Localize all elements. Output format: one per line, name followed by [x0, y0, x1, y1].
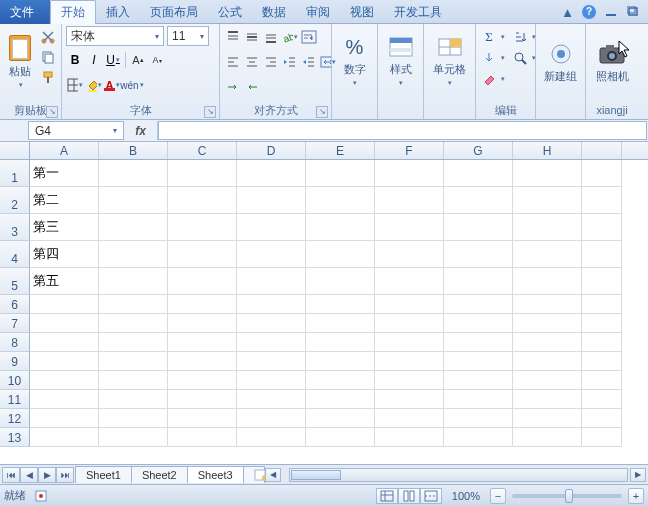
cell[interactable] [513, 241, 582, 268]
cell[interactable] [99, 295, 168, 314]
align-center-icon[interactable] [243, 53, 261, 71]
cell[interactable] [168, 314, 237, 333]
cell[interactable] [582, 241, 622, 268]
row-header[interactable]: 9 [0, 352, 30, 371]
cell[interactable] [444, 314, 513, 333]
clipboard-launcher[interactable]: ↘ [46, 106, 58, 118]
cell[interactable] [444, 160, 513, 187]
cell[interactable] [237, 390, 306, 409]
cell[interactable]: 第一 [30, 160, 99, 187]
cell[interactable] [375, 214, 444, 241]
cell[interactable] [306, 160, 375, 187]
cell[interactable] [306, 333, 375, 352]
new-sheet-button[interactable] [243, 466, 265, 483]
cell[interactable] [237, 428, 306, 447]
cell[interactable] [30, 314, 99, 333]
cell[interactable] [306, 371, 375, 390]
cell[interactable] [237, 371, 306, 390]
cell[interactable] [168, 214, 237, 241]
cell[interactable] [444, 214, 513, 241]
col-header[interactable]: A [30, 142, 99, 159]
zoom-in-button[interactable]: + [628, 488, 644, 504]
cell[interactable] [444, 371, 513, 390]
cell[interactable] [99, 268, 168, 295]
decrease-indent-icon[interactable] [281, 53, 299, 71]
tab-developer[interactable]: 开发工具 [384, 0, 452, 24]
sheet-nav-prev[interactable]: ◀ [20, 467, 38, 483]
cell[interactable] [582, 214, 622, 241]
cell[interactable] [168, 241, 237, 268]
window-min-icon[interactable] [602, 4, 620, 20]
cell[interactable] [306, 295, 375, 314]
clear-icon[interactable] [480, 70, 498, 88]
cell[interactable] [99, 241, 168, 268]
tab-insert[interactable]: 插入 [96, 0, 140, 24]
col-header[interactable]: D [237, 142, 306, 159]
align-top-icon[interactable] [224, 28, 242, 46]
sheet-tab[interactable]: Sheet3 [187, 466, 244, 483]
view-page-break-icon[interactable] [420, 488, 442, 504]
cell[interactable] [513, 409, 582, 428]
cell[interactable] [306, 214, 375, 241]
fill-icon[interactable] [480, 49, 498, 67]
orientation-icon[interactable]: ab▾ [281, 28, 299, 46]
cell[interactable]: 第三 [30, 214, 99, 241]
window-restore-icon[interactable] [624, 4, 642, 20]
cell[interactable]: 第五 [30, 268, 99, 295]
cell[interactable] [513, 371, 582, 390]
cell[interactable] [306, 187, 375, 214]
cell[interactable] [582, 409, 622, 428]
cell[interactable] [444, 187, 513, 214]
cell[interactable] [30, 352, 99, 371]
sort-filter-icon[interactable] [511, 28, 529, 46]
row-header[interactable]: 4 [0, 241, 30, 268]
cell[interactable] [237, 295, 306, 314]
cell[interactable] [99, 352, 168, 371]
cell[interactable] [306, 241, 375, 268]
phonetic-guide-icon[interactable]: wén▾ [123, 76, 141, 94]
underline-button[interactable]: U▾ [104, 51, 122, 69]
borders-button[interactable]: ▾ [66, 76, 84, 94]
cell[interactable] [375, 409, 444, 428]
cell[interactable] [513, 295, 582, 314]
cell[interactable]: 第二 [30, 187, 99, 214]
copy-icon[interactable] [39, 48, 57, 66]
cell[interactable] [375, 268, 444, 295]
zoom-percent[interactable]: 100% [452, 490, 480, 502]
col-header[interactable]: E [306, 142, 375, 159]
cell[interactable] [513, 187, 582, 214]
cell[interactable] [237, 409, 306, 428]
tab-file[interactable]: 文件▾ [0, 0, 50, 24]
cell[interactable] [30, 428, 99, 447]
find-select-icon[interactable] [511, 49, 529, 67]
format-painter-icon[interactable] [39, 68, 57, 86]
cell[interactable] [168, 409, 237, 428]
cell[interactable] [582, 352, 622, 371]
sheet-tab[interactable]: Sheet1 [75, 466, 132, 483]
cell[interactable] [513, 268, 582, 295]
scroll-thumb[interactable] [291, 470, 341, 480]
autosum-icon[interactable]: Σ [480, 28, 498, 46]
sheet-nav-next[interactable]: ▶ [38, 467, 56, 483]
cell[interactable] [444, 409, 513, 428]
row-header[interactable]: 7 [0, 314, 30, 333]
cell[interactable] [375, 295, 444, 314]
styles-button[interactable]: 样式▾ [382, 26, 419, 96]
cell[interactable] [99, 333, 168, 352]
cell[interactable] [168, 187, 237, 214]
cell[interactable] [375, 314, 444, 333]
cell[interactable] [375, 390, 444, 409]
cell[interactable] [582, 268, 622, 295]
cell[interactable] [99, 160, 168, 187]
align-middle-icon[interactable] [243, 28, 261, 46]
italic-button[interactable]: I [85, 51, 103, 69]
cell[interactable] [237, 241, 306, 268]
row-header[interactable]: 2 [0, 187, 30, 214]
col-header[interactable]: B [99, 142, 168, 159]
cell[interactable] [99, 214, 168, 241]
cell[interactable] [444, 333, 513, 352]
insert-function-button[interactable]: fx [124, 121, 158, 140]
formula-input[interactable] [158, 121, 647, 140]
cell[interactable] [375, 352, 444, 371]
ltr-icon[interactable] [224, 78, 242, 96]
